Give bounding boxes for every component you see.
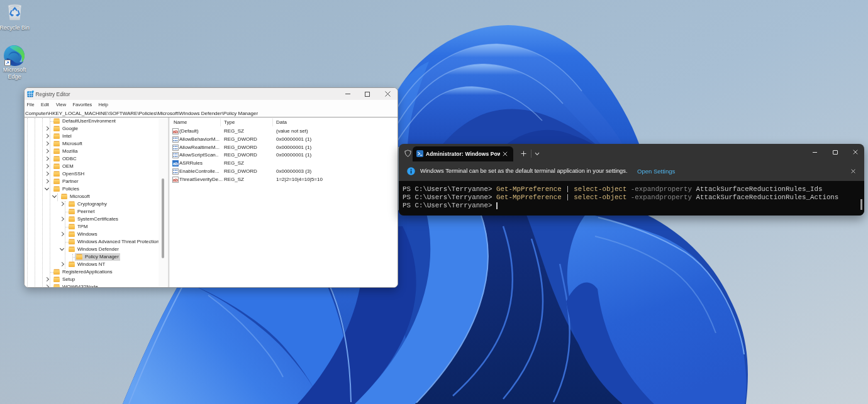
svg-text:ab: ab [173,161,178,166]
svg-text:ab: ab [173,129,178,134]
svg-text:ab: ab [173,178,178,182]
